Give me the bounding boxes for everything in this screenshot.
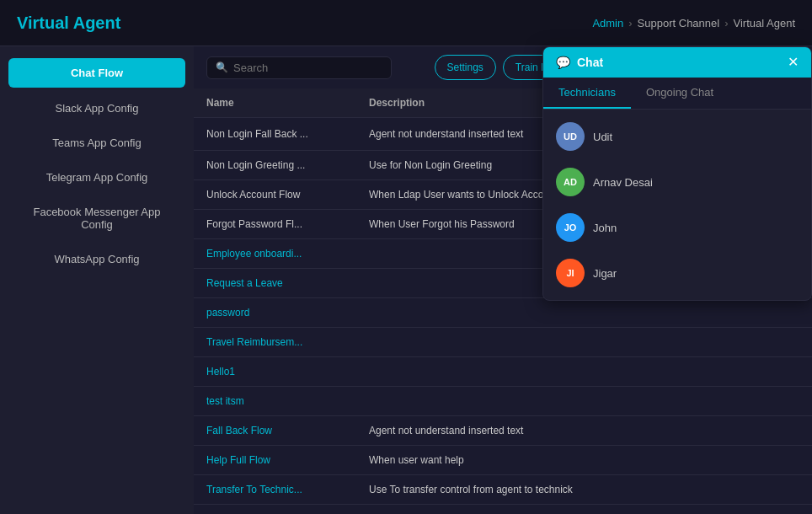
breadcrumb-admin: Admin [592, 17, 623, 29]
search-icon: 🔍 [216, 62, 228, 73]
technician-name: Arnav Desai [593, 176, 653, 189]
list-item[interactable]: JO John [543, 205, 811, 250]
sidebar: Chat Flow Slack App Config Teams App Con… [0, 46, 194, 514]
row-enabled [649, 416, 732, 446]
technician-name: John [593, 222, 617, 234]
settings-button[interactable]: Settings [435, 55, 496, 80]
chat-popup-header: 💬 Chat ✕ [543, 47, 811, 78]
list-item[interactable]: UD Udit [543, 114, 811, 159]
sidebar-item-telegram-app-config[interactable]: Telegram App Config [0, 160, 194, 195]
row-enabled [649, 357, 732, 387]
sidebar-item-chat-flow[interactable]: Chat Flow [8, 58, 185, 88]
row-name-link[interactable]: Travel Reimbursem... [194, 328, 356, 357]
breadcrumb-virtual-agent: Virtual Agent [734, 17, 795, 29]
row-name-link[interactable]: My Name [194, 505, 356, 515]
row-description: Use To transfer control from agent to te… [356, 475, 649, 505]
chat-tabs: Technicians Ongoing Chat [543, 78, 811, 110]
row-name: Non Login Fall Back ... [194, 118, 356, 151]
breadcrumb: Admin › Support Channel › Virtual Agent [592, 17, 795, 29]
row-description [356, 298, 649, 328]
avatar: UD [556, 122, 585, 151]
avatar: JI [556, 259, 585, 287]
list-item[interactable]: JI Jigar [543, 250, 811, 296]
row-enabled [649, 387, 732, 416]
row-name: Non Login Greeting ... [194, 151, 356, 180]
list-item[interactable]: AD Arnav Desai [543, 159, 811, 205]
table-row: password [194, 298, 812, 328]
row-name-link[interactable]: Employee onboardi... [194, 239, 356, 269]
avatar: JO [556, 213, 585, 242]
row-actions [732, 416, 812, 446]
row-name-link[interactable]: password [194, 298, 356, 328]
tab-ongoing-chat[interactable]: Ongoing Chat [631, 78, 729, 109]
sidebar-item-slack-app-config[interactable]: Slack App Config [0, 91, 194, 126]
row-description: Use to ask user's name [356, 505, 649, 515]
col-name: Name [194, 88, 356, 118]
table-row: My Name Use to ask user's name [194, 505, 812, 515]
table-row: Transfer To Technic... Use To transfer c… [194, 475, 812, 505]
row-description [356, 387, 649, 416]
content-area: 🔍 Settings Train Model Manage Variable C… [194, 46, 812, 514]
sidebar-item-teams-app-config[interactable]: Teams App Config [0, 126, 194, 160]
row-actions [732, 387, 812, 416]
row-actions [732, 298, 812, 328]
row-enabled [649, 505, 732, 515]
table-row: Help Full Flow When user want help [194, 446, 812, 475]
breadcrumb-support-channel: Support Channel [638, 17, 720, 29]
row-actions [732, 505, 812, 515]
row-name-link[interactable]: Transfer To Technic... [194, 475, 356, 505]
tab-technicians[interactable]: Technicians [543, 78, 631, 109]
row-description: When user want help [356, 446, 649, 475]
table-row: Hello1 [194, 357, 812, 387]
main-layout: Chat Flow Slack App Config Teams App Con… [0, 46, 812, 514]
row-actions [732, 475, 812, 505]
row-actions [732, 328, 812, 357]
chat-close-button[interactable]: ✕ [788, 56, 799, 69]
search-box: 🔍 [206, 56, 392, 79]
row-name-link[interactable]: test itsm [194, 387, 356, 416]
row-description [356, 357, 649, 387]
row-enabled [649, 475, 732, 505]
row-enabled [649, 298, 732, 328]
chat-bubble-icon: 💬 [556, 56, 570, 69]
header: Virtual Agent Admin › Support Channel › … [0, 0, 812, 46]
row-description: Agent not understand inserted text [356, 416, 649, 446]
app-title: Virtual Agent [17, 13, 120, 33]
row-name-fall-back-flow[interactable]: Fall Back Flow [194, 416, 356, 446]
table-row: Fall Back Flow Agent not understand inse… [194, 416, 812, 446]
technician-name: Udit [593, 131, 612, 143]
search-input[interactable] [233, 62, 382, 74]
row-name: Forgot Password Fl... [194, 210, 356, 239]
avatar: AD [556, 168, 585, 196]
row-name-help-full-flow[interactable]: Help Full Flow [194, 446, 356, 475]
row-name: Unlock Account Flow [194, 180, 356, 210]
row-description [356, 328, 649, 357]
chat-popup: 💬 Chat ✕ Technicians Ongoing Chat UD Udi… [542, 46, 812, 301]
sidebar-item-facebook-messenger[interactable]: Facebook Messenger App Config [0, 195, 194, 242]
chat-header-title: 💬 Chat [556, 56, 603, 69]
table-row: Travel Reimbursem... [194, 328, 812, 357]
chat-technicians-list: UD Udit AD Arnav Desai JO John JI Jigar [543, 110, 811, 300]
sidebar-item-whatsapp-config[interactable]: WhatsApp Config [0, 242, 194, 276]
row-enabled [649, 328, 732, 357]
row-name-link[interactable]: Hello1 [194, 357, 356, 387]
table-row: test itsm [194, 387, 812, 416]
row-actions [732, 357, 812, 387]
row-enabled [649, 446, 732, 475]
technician-name: Jigar [593, 267, 617, 280]
row-name-link[interactable]: Request a Leave [194, 269, 356, 298]
row-actions [732, 446, 812, 475]
